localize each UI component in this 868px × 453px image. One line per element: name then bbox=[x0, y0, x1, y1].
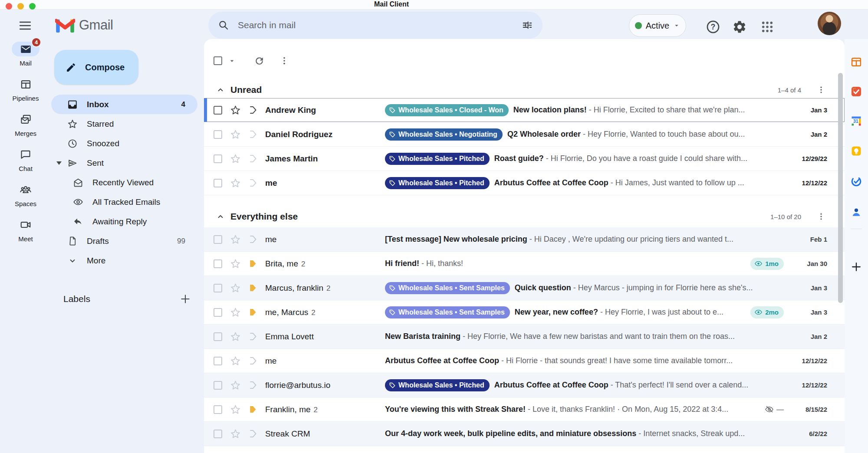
star-icon[interactable] bbox=[230, 380, 241, 391]
row-checkbox[interactable] bbox=[214, 106, 222, 115]
star-icon[interactable] bbox=[230, 307, 241, 318]
email-row[interactable]: Franklin, me2You're viewing this with St… bbox=[204, 397, 845, 422]
contacts-icon[interactable] bbox=[849, 205, 864, 220]
streak-pipeline-icon[interactable] bbox=[248, 259, 258, 269]
row-checkbox[interactable] bbox=[214, 430, 222, 438]
streak-pipeline-icon[interactable] bbox=[248, 404, 258, 414]
sidebar-item-recently-viewed[interactable]: Recently Viewed bbox=[51, 173, 197, 192]
help-button[interactable]: ? bbox=[705, 19, 721, 35]
star-icon[interactable] bbox=[230, 428, 241, 439]
streak-pipeline-icon[interactable] bbox=[248, 178, 258, 188]
sidebar-item-all-tracked-emails[interactable]: All Tracked Emails bbox=[51, 192, 197, 212]
collapse-sent-icon[interactable] bbox=[56, 161, 62, 165]
star-icon[interactable] bbox=[230, 282, 241, 293]
nav-rail-merges[interactable]: Merges bbox=[0, 112, 51, 137]
star-icon[interactable] bbox=[230, 105, 241, 115]
email-row[interactable]: meWholesale Sales • PitchedArbutus Coffe… bbox=[204, 171, 845, 195]
row-checkbox[interactable] bbox=[214, 130, 222, 139]
collapse-section-icon[interactable] bbox=[216, 212, 225, 221]
google-apps-button[interactable] bbox=[760, 19, 775, 35]
star-icon[interactable] bbox=[230, 355, 241, 366]
email-row[interactable]: Emma LovettNew Barista training - Hey Fl… bbox=[204, 325, 845, 349]
account-avatar[interactable] bbox=[818, 12, 841, 35]
sidebar-item-awaiting-reply[interactable]: Awaiting Reply bbox=[51, 212, 197, 231]
create-label-button[interactable] bbox=[179, 292, 192, 305]
fullscreen-window-button[interactable] bbox=[29, 3, 36, 10]
keep-icon[interactable] bbox=[849, 144, 864, 158]
email-row[interactable]: Daniel RodriguezWholesale Sales • Negoti… bbox=[204, 122, 845, 147]
select-dropdown-icon[interactable] bbox=[228, 57, 236, 65]
email-row[interactable]: James MartinWholesale Sales • PitchedRoa… bbox=[204, 147, 845, 171]
star-icon[interactable] bbox=[230, 129, 241, 140]
star-icon[interactable] bbox=[230, 234, 241, 245]
star-icon[interactable] bbox=[230, 153, 241, 164]
search-bar[interactable] bbox=[208, 12, 542, 39]
star-icon[interactable] bbox=[230, 258, 241, 269]
row-checkbox[interactable] bbox=[214, 284, 222, 292]
star-icon[interactable] bbox=[230, 177, 241, 188]
nav-rail-mail[interactable]: 4 Mail bbox=[0, 42, 51, 67]
row-checkbox[interactable] bbox=[214, 332, 222, 341]
tasks-icon[interactable] bbox=[849, 174, 864, 189]
star-icon[interactable] bbox=[230, 331, 241, 342]
streak-pipeline-icon[interactable] bbox=[248, 307, 258, 317]
collapse-section-icon[interactable] bbox=[216, 85, 225, 95]
streak-pipeline-icon[interactable] bbox=[248, 129, 258, 139]
pipeline-stage-chip[interactable]: Wholesale Sales • Sent Samples bbox=[385, 282, 510, 294]
settings-button[interactable] bbox=[732, 19, 747, 35]
pipeline-stage-chip[interactable]: Wholesale Sales • Pitched bbox=[385, 153, 490, 165]
check-task-orange-icon[interactable] bbox=[849, 84, 864, 99]
email-row[interactable]: Brita, me2Hi friend! - Hi, thanks!1moJan… bbox=[204, 252, 845, 276]
calendar-icon[interactable]: 31 bbox=[849, 114, 864, 128]
sidebar-item-starred[interactable]: Starred bbox=[51, 114, 197, 134]
search-filters-icon[interactable] bbox=[522, 20, 533, 31]
search-input[interactable] bbox=[237, 20, 514, 31]
pipeline-stage-chip[interactable]: Wholesale Sales • Closed - Won bbox=[385, 104, 509, 116]
email-row[interactable]: me[Test message] New wholesale pricing -… bbox=[204, 227, 845, 252]
nav-rail-pipelines[interactable]: Pipelines bbox=[0, 77, 51, 102]
streak-pipeline-icon[interactable] bbox=[248, 332, 258, 341]
pipeline-stage-chip[interactable]: Wholesale Sales • Pitched bbox=[385, 379, 490, 391]
close-window-button[interactable] bbox=[6, 3, 12, 10]
compose-button[interactable]: Compose bbox=[54, 50, 138, 85]
refresh-button[interactable] bbox=[251, 53, 267, 69]
email-row[interactable]: me, Marcus2Wholesale Sales • Sent Sample… bbox=[204, 300, 845, 325]
section-menu-button[interactable] bbox=[817, 212, 825, 221]
sidebar-item-sent[interactable]: Sent bbox=[51, 153, 197, 173]
row-checkbox[interactable] bbox=[214, 179, 222, 187]
sidebar-item-drafts[interactable]: Drafts 99 bbox=[51, 231, 197, 251]
pipeline-stage-chip[interactable]: Wholesale Sales • Sent Samples bbox=[385, 306, 510, 318]
email-row[interactable]: meArbutus Coffee at Coffee Coop - Hi Flo… bbox=[204, 349, 845, 373]
row-checkbox[interactable] bbox=[214, 405, 222, 414]
streak-pipeline-icon[interactable] bbox=[248, 234, 258, 244]
pipeline-stage-chip[interactable]: Wholesale Sales • Pitched bbox=[385, 177, 490, 189]
nav-rail-spaces[interactable]: Spaces bbox=[0, 182, 51, 207]
email-row[interactable]: Streak CRMOur 4-day work week, bulk pipe… bbox=[204, 422, 845, 446]
pipeline-stage-chip[interactable]: Wholesale Sales • Negotiating bbox=[385, 128, 503, 141]
streak-pipeline-icon[interactable] bbox=[248, 356, 258, 366]
sidebar-item-inbox[interactable]: Inbox 4 bbox=[51, 95, 197, 114]
more-actions-button[interactable] bbox=[276, 53, 292, 69]
row-checkbox[interactable] bbox=[214, 308, 222, 317]
list-scrollbar[interactable] bbox=[838, 73, 843, 303]
row-checkbox[interactable] bbox=[214, 381, 222, 390]
email-row[interactable]: Andrew KingWholesale Sales • Closed - Wo… bbox=[204, 98, 845, 122]
sidebar-item-snoozed[interactable]: Snoozed bbox=[51, 134, 197, 153]
select-all-checkbox[interactable] bbox=[214, 56, 222, 65]
streak-pipeline-icon[interactable] bbox=[248, 429, 258, 439]
streak-pipeline-icon[interactable] bbox=[248, 154, 258, 164]
row-checkbox[interactable] bbox=[214, 154, 222, 163]
email-row[interactable]: Marcus, franklin2Wholesale Sales • Sent … bbox=[204, 276, 845, 300]
streak-status-dropdown[interactable]: Active bbox=[629, 14, 686, 37]
row-checkbox[interactable] bbox=[214, 357, 222, 365]
add-addon-icon[interactable] bbox=[849, 259, 864, 274]
nav-rail-chat[interactable]: Chat bbox=[0, 147, 51, 172]
streak-pipeline-icon[interactable] bbox=[248, 380, 258, 390]
streak-pipelines-icon[interactable] bbox=[849, 55, 864, 69]
minimize-window-button[interactable] bbox=[17, 3, 24, 10]
row-checkbox[interactable] bbox=[214, 235, 222, 244]
row-checkbox[interactable] bbox=[214, 259, 222, 268]
sidebar-item-more[interactable]: More bbox=[51, 251, 197, 270]
star-icon[interactable] bbox=[230, 404, 241, 415]
section-menu-button[interactable] bbox=[817, 85, 825, 94]
